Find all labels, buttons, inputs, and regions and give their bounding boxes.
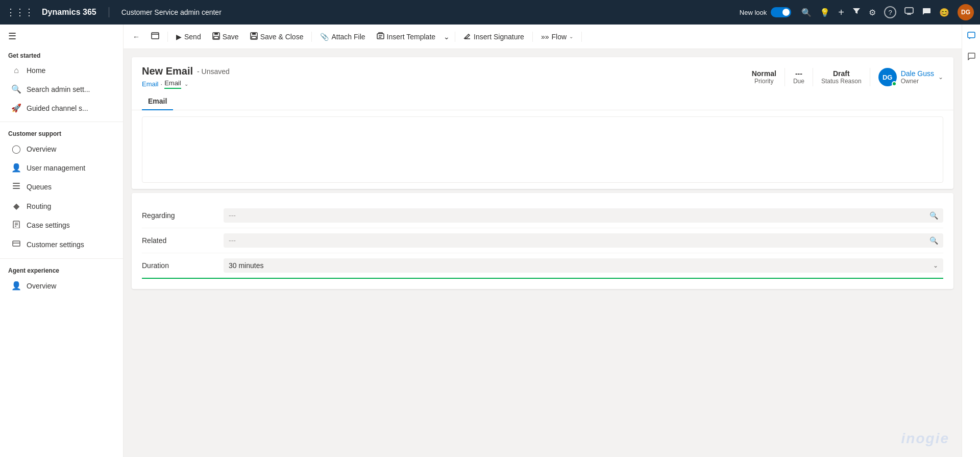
owner-chevron-icon[interactable]: ⌄ [938, 74, 943, 81]
panel-conversation-icon[interactable] [964, 49, 978, 65]
send-button[interactable]: ▶ Send [171, 30, 206, 44]
email-main: New Email - Unsaved Email · Email ⌄ Norm… [124, 49, 962, 457]
filter-icon[interactable] [852, 7, 861, 17]
sidebar-item-agent-overview[interactable]: 👤 Overview [3, 277, 120, 295]
new-look-toggle[interactable] [771, 7, 791, 17]
sidebar-hamburger[interactable]: ☰ [0, 25, 123, 48]
sidebar-item-queues[interactable]: Queues [3, 178, 120, 196]
regarding-value: --- [229, 211, 236, 220]
lightbulb-icon[interactable]: 💡 [820, 8, 830, 17]
flow-icon: »» [541, 33, 549, 41]
agent-overview-icon: 👤 [11, 281, 21, 291]
right-panel-icons [962, 25, 980, 457]
plus-icon[interactable]: + [838, 7, 844, 18]
status-value: Draft [821, 69, 862, 78]
form-card: Regarding --- 🔍 Related --- 🔍 Duration [132, 193, 953, 289]
insert-signature-button[interactable]: Insert Signature [458, 29, 529, 44]
new-look-section: New look [740, 7, 791, 17]
customer-settings-icon [11, 239, 21, 250]
search-icon[interactable]: 🔍 [801, 8, 812, 17]
popout-button[interactable] [146, 29, 164, 44]
sidebar-item-guided[interactable]: 🚀 Guided channel s... [3, 99, 120, 117]
meta-sep-3 [870, 68, 870, 86]
save-icon [212, 32, 220, 41]
sidebar-item-search[interactable]: 🔍 Search admin sett... [3, 80, 120, 98]
svg-rect-13 [214, 33, 218, 35]
owner-section: DG Dale Guss Owner ⌄ [878, 68, 943, 86]
panel-chat-icon[interactable] [964, 29, 978, 45]
duration-select[interactable]: 30 minutes ⌄ [224, 258, 943, 273]
email-body-section [132, 110, 953, 189]
sidebar-divider-1 [0, 122, 123, 122]
related-search-icon[interactable]: 🔍 [929, 236, 938, 245]
help-icon[interactable]: ? [884, 6, 896, 18]
due-label: Due [793, 78, 804, 85]
regarding-input[interactable]: --- 🔍 [224, 208, 943, 223]
save-close-label: Save & Close [260, 33, 304, 41]
remote-assist-icon[interactable] [904, 7, 914, 17]
svg-rect-17 [252, 36, 256, 39]
sidebar-item-search-label: Search admin sett... [27, 85, 90, 93]
user-avatar[interactable]: DG [958, 4, 974, 20]
flow-button[interactable]: »» Flow ⌄ [536, 30, 578, 44]
svg-rect-0 [905, 8, 913, 13]
breadcrumb-parent[interactable]: Email [142, 80, 159, 88]
sidebar-item-guided-label: Guided channel s... [27, 104, 88, 112]
topbar: ⋮⋮⋮ Dynamics 365 Customer Service admin … [0, 0, 980, 25]
duration-row: Duration 30 minutes ⌄ [142, 253, 943, 279]
sidebar-item-customer-settings[interactable]: Customer settings [3, 235, 120, 254]
insert-template-dropdown[interactable]: ⌄ [442, 30, 452, 44]
svg-rect-22 [968, 32, 975, 38]
email-compose-area[interactable] [142, 116, 943, 183]
breadcrumb-dropdown-icon[interactable]: ⌄ [184, 81, 188, 87]
insert-template-button[interactable]: Insert Template [372, 29, 440, 44]
save-close-button[interactable]: Save & Close [245, 29, 309, 44]
svg-rect-2 [13, 185, 20, 186]
back-button[interactable]: ← [128, 30, 145, 44]
email-meta: Normal Priority --- Due Draft Status Rea… [752, 68, 943, 86]
toolbar-sep-4 [532, 32, 533, 42]
sidebar-item-home[interactable]: ⌂ Home [3, 62, 120, 79]
sidebar-item-agent-overview-label: Overview [27, 282, 56, 290]
svg-rect-10 [152, 33, 159, 39]
owner-label: Owner [901, 78, 934, 85]
email-title-section: New Email - Unsaved Email · Email ⌄ [142, 65, 744, 89]
sidebar-item-case-settings-label: Case settings [27, 221, 70, 229]
flow-dropdown-arrow: ⌄ [569, 34, 573, 39]
feedback-icon[interactable]: 😊 [939, 8, 949, 17]
sidebar-item-routing[interactable]: ◆ Routing [3, 197, 120, 215]
dropdown-arrow-icon: ⌄ [444, 33, 450, 41]
agent-experience-section-title: Agent experience [0, 263, 123, 276]
insert-template-label: Insert Template [387, 33, 435, 41]
owner-name[interactable]: Dale Guss [901, 69, 934, 78]
main-layout: ☰ Get started ⌂ Home 🔍 Search admin sett… [0, 25, 980, 457]
sidebar-item-user-management[interactable]: 👤 User management [3, 159, 120, 177]
grid-icon[interactable]: ⋮⋮⋮ [6, 7, 34, 18]
chat-icon[interactable] [922, 7, 931, 17]
attach-icon: 📎 [320, 33, 329, 41]
attach-file-button[interactable]: 📎 Attach File [315, 30, 370, 44]
topbar-separator-1 [109, 7, 109, 17]
queues-icon [11, 182, 21, 192]
meta-sep-2 [813, 68, 813, 86]
breadcrumb-current[interactable]: Email [164, 79, 181, 89]
settings-icon[interactable]: ⚙ [869, 8, 876, 17]
tab-email[interactable]: Email [142, 93, 173, 110]
status-label: Status Reason [821, 78, 862, 85]
save-button[interactable]: Save [207, 29, 244, 44]
owner-online-dot [892, 81, 897, 86]
user-management-icon: 👤 [11, 163, 21, 173]
email-header: New Email - Unsaved Email · Email ⌄ Norm… [132, 57, 953, 89]
case-settings-icon [11, 220, 21, 230]
email-title-text: New Email [142, 65, 193, 77]
related-input[interactable]: --- 🔍 [224, 233, 943, 248]
insert-template-icon [377, 32, 384, 41]
sidebar-item-overview[interactable]: ◯ Overview [3, 140, 120, 158]
svg-rect-8 [13, 241, 20, 246]
attach-label: Attach File [331, 33, 365, 41]
sidebar-item-overview-label: Overview [27, 145, 56, 153]
toolbar-sep-3 [455, 32, 455, 42]
sidebar-item-case-settings[interactable]: Case settings [3, 216, 120, 234]
regarding-search-icon[interactable]: 🔍 [929, 211, 938, 220]
due-meta: --- Due [793, 69, 804, 85]
